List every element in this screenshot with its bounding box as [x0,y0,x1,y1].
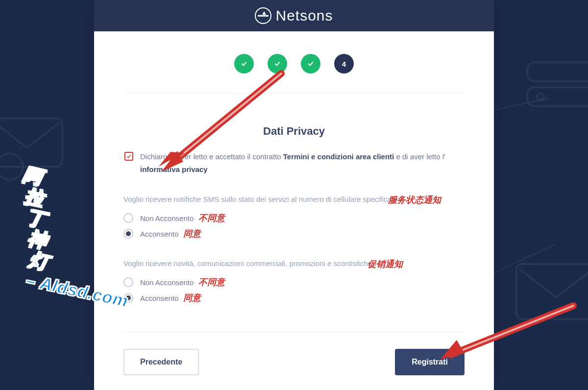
question-sms: Voglio ricevere notifiche SMS sullo stat… [123,195,465,240]
sms-no-label: Non Acconsento [140,214,194,222]
brand-name: Netsons [275,7,333,24]
question-promo-label: Voglio ricevere novità, comunicazioni co… [123,259,374,268]
promo-no-label: Non Acconsento [140,278,194,287]
section-title: Dati Privacy [123,125,465,138]
step-3[interactable] [301,54,320,73]
radio-icon [123,213,133,223]
question-promo: Voglio ricevere novità, comunicazioni co… [123,259,465,304]
annotation-disagree: 不同意 [198,212,225,224]
annotation-promo: 促销通知 [368,258,403,270]
terms-text: Dichiaro di aver letto e accettato il co… [140,150,464,175]
registration-card: Netsons 4 Dati Privacy Dichiaro di aver … [94,0,494,390]
question-sms-label: Voglio ricevere notifiche SMS sullo stat… [123,195,400,203]
check-icon [241,60,247,67]
check-icon [307,60,314,67]
step-4-current: 4 [334,54,354,73]
radio-icon-checked [123,293,133,303]
promo-options: Non Acconsento 不同意 Acconsento 同意 [123,276,465,304]
brand-logo-icon [255,7,271,24]
terms-link[interactable]: Termini e condizioni area clienti [283,152,394,161]
question-promo-text: Voglio ricevere novità, comunicazioni co… [123,259,465,268]
svg-rect-2 [527,62,588,81]
bg-node-icon [0,152,24,181]
radio-icon [123,277,133,287]
terms-consent-row: Dichiaro di aver letto e accettato il co… [123,150,465,175]
sms-option-yes[interactable]: Acconsento 同意 [123,228,465,240]
register-button[interactable]: Registrati [395,349,465,375]
sms-option-no[interactable]: Non Acconsento 不同意 [123,212,465,224]
step-1[interactable] [234,54,254,73]
promo-yes-label: Acconsento [140,294,178,302]
terms-mid-text: e di aver letto l' [394,152,445,161]
progress-steps: 4 [123,54,465,94]
question-sms-text: Voglio ricevere notifiche SMS sullo stat… [123,195,465,203]
terms-checkbox[interactable] [124,152,133,161]
previous-button[interactable]: Precedente [123,349,199,375]
check-icon [274,60,281,67]
check-icon [126,153,132,159]
annotation-disagree: 不同意 [198,276,225,288]
terms-pre-text: Dichiaro di aver letto e accettato il co… [140,152,283,161]
card-content: 4 Dati Privacy Dichiaro di aver letto e … [94,31,494,390]
svg-point-1 [0,153,23,180]
promo-option-yes[interactable]: Acconsento 同意 [123,292,465,304]
privacy-link[interactable]: informativa privacy [140,165,208,173]
sms-yes-label: Acconsento [140,230,178,238]
brand-logo: Netsons [255,7,333,24]
radio-icon-checked [123,229,133,239]
step-2[interactable] [268,54,287,73]
footer-actions: Precedente Registrati [123,332,465,380]
promo-option-no[interactable]: Non Acconsento 不同意 [123,276,465,288]
sms-options: Non Acconsento 不同意 Acconsento 同意 [123,212,465,240]
annotation-sms: 服务状态通知 [388,194,441,206]
card-header: Netsons [94,0,494,31]
annotation-agree: 同意 [183,228,201,240]
annotation-agree: 同意 [183,292,201,304]
